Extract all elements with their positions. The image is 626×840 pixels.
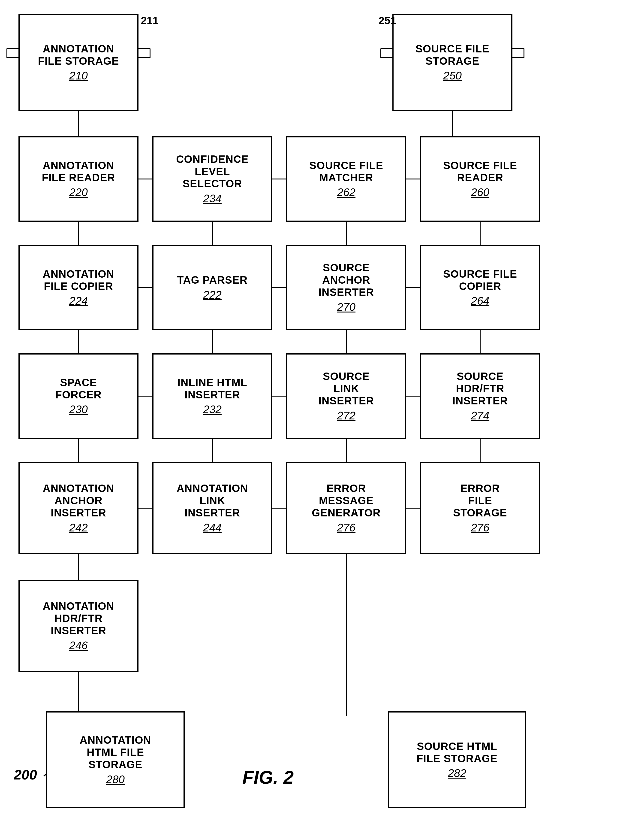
error-message-generator-num: 276	[337, 521, 355, 534]
annotation-html-file-storage-title: ANNOTATIONHTML FILESTORAGE	[80, 734, 151, 771]
annotation-anchor-inserter-title: ANNOTATIONANCHORINSERTER	[43, 482, 114, 519]
confidence-level-selector-num: 234	[203, 192, 222, 205]
annotation-anchor-inserter-box: ANNOTATIONANCHORINSERTER 242	[19, 462, 138, 554]
source-anchor-inserter-box: SOURCEANCHORINSERTER 270	[286, 245, 406, 330]
error-message-generator-box: ERRORMESSAGEGENERATOR 276	[286, 462, 406, 554]
source-file-copier-num: 264	[471, 295, 489, 307]
source-anchor-inserter-num: 270	[337, 301, 355, 313]
tag-parser-title: TAG PARSER	[177, 274, 248, 286]
source-file-matcher-box: SOURCE FILEMATCHER 262	[286, 136, 406, 222]
annotation-file-copier-box: ANNOTATIONFILE COPIER 224	[19, 245, 138, 330]
confidence-level-selector-box: CONFIDENCELEVELSELECTOR 234	[152, 136, 272, 222]
annotation-link-inserter-box: ANNOTATIONLINKINSERTER 244	[152, 462, 272, 554]
tag-parser-num: 222	[203, 288, 222, 301]
annotation-file-reader-num: 220	[69, 186, 88, 199]
annotation-anchor-inserter-num: 242	[69, 521, 88, 534]
annotation-file-storage-title: ANNOTATIONFILE STORAGE	[38, 43, 119, 67]
annotation-html-file-storage-box: ANNOTATIONHTML FILESTORAGE 280	[46, 711, 185, 809]
source-link-inserter-box: SOURCELINKINSERTER 272	[286, 353, 406, 439]
annotation-file-storage-num: 210	[69, 69, 88, 82]
diagram: ANNOTATIONFILE STORAGE 210 211 SOURCE FI…	[0, 0, 626, 840]
annotation-hdr-ftr-inserter-title: ANNOTATIONHDR/FTRINSERTER	[43, 600, 114, 637]
source-hdr-ftr-inserter-num: 274	[471, 409, 489, 422]
error-file-storage-box: ERRORFILESTORAGE 276	[420, 462, 540, 554]
space-forcer-box: SPACEFORCER 230	[19, 353, 138, 439]
source-file-storage-ref: 251	[379, 14, 396, 27]
source-file-storage-title: SOURCE FILESTORAGE	[415, 43, 489, 67]
annotation-file-copier-num: 224	[69, 295, 88, 307]
source-html-file-storage-title: SOURCE HTMLFILE STORAGE	[416, 740, 498, 765]
annotation-link-inserter-num: 244	[203, 521, 222, 534]
space-forcer-num: 230	[69, 403, 88, 416]
source-hdr-ftr-inserter-title: SOURCEHDR/FTRINSERTER	[452, 370, 508, 407]
source-file-reader-title: SOURCE FILEREADER	[443, 159, 517, 184]
error-message-generator-title: ERRORMESSAGEGENERATOR	[312, 482, 381, 519]
tag-parser-box: TAG PARSER 222	[152, 245, 272, 330]
inline-html-inserter-num: 232	[203, 403, 222, 416]
annotation-file-storage-ref: 211	[141, 14, 158, 27]
source-file-storage-num: 250	[443, 69, 462, 82]
source-anchor-inserter-title: SOURCEANCHORINSERTER	[319, 262, 374, 298]
annotation-file-reader-title: ANNOTATIONFILE READER	[42, 159, 115, 184]
annotation-file-reader-box: ANNOTATIONFILE READER 220	[19, 136, 138, 222]
source-html-file-storage-num: 282	[448, 767, 466, 779]
inline-html-inserter-title: INLINE HTMLINSERTER	[177, 376, 247, 401]
diagram-ref-label: 200	[14, 767, 37, 783]
error-file-storage-title: ERRORFILESTORAGE	[453, 482, 507, 519]
source-file-matcher-title: SOURCE FILEMATCHER	[309, 159, 383, 184]
source-html-file-storage-box: SOURCE HTMLFILE STORAGE 282	[388, 711, 526, 809]
source-file-reader-num: 260	[471, 186, 489, 199]
source-file-matcher-num: 262	[337, 186, 355, 199]
source-link-inserter-title: SOURCELINKINSERTER	[319, 370, 374, 407]
annotation-html-file-storage-num: 280	[106, 773, 125, 786]
space-forcer-title: SPACEFORCER	[55, 376, 102, 401]
source-file-copier-box: SOURCE FILECOPIER 264	[420, 245, 540, 330]
source-hdr-ftr-inserter-box: SOURCEHDR/FTRINSERTER 274	[420, 353, 540, 439]
source-file-storage-box: SOURCE FILESTORAGE 250	[393, 14, 512, 111]
source-link-inserter-num: 272	[337, 409, 355, 422]
source-file-copier-title: SOURCE FILECOPIER	[443, 268, 517, 292]
source-file-reader-box: SOURCE FILEREADER 260	[420, 136, 540, 222]
annotation-link-inserter-title: ANNOTATIONLINKINSERTER	[177, 482, 248, 519]
error-file-storage-num: 276	[471, 521, 489, 534]
annotation-file-copier-title: ANNOTATIONFILE COPIER	[43, 268, 114, 292]
annotation-file-storage-box: ANNOTATIONFILE STORAGE 210	[19, 14, 138, 111]
confidence-level-selector-title: CONFIDENCELEVELSELECTOR	[176, 153, 249, 190]
figure-label: FIG. 2	[243, 767, 294, 788]
annotation-hdr-ftr-inserter-box: ANNOTATIONHDR/FTRINSERTER 246	[19, 580, 138, 672]
inline-html-inserter-box: INLINE HTMLINSERTER 232	[152, 353, 272, 439]
annotation-hdr-ftr-inserter-num: 246	[69, 639, 88, 652]
